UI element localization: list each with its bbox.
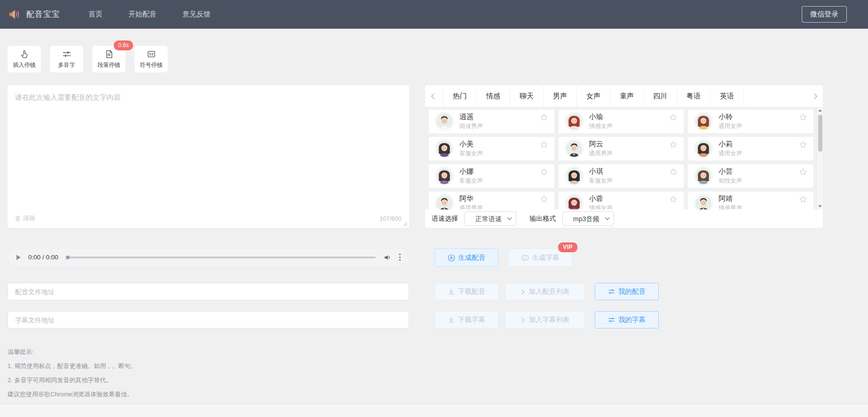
toolbar-button-3[interactable]: 符号停顿	[134, 46, 168, 72]
volume-icon[interactable]	[383, 253, 392, 262]
voice-tab-3[interactable]: 男声	[544, 85, 577, 107]
voice-card-0[interactable]: 逍遥 阅读男声	[429, 110, 554, 133]
scrollbar-thumb[interactable]	[818, 115, 822, 152]
voice-card-11[interactable]: 阿靖 情感男声	[688, 192, 813, 209]
scroll-down-icon[interactable]	[817, 203, 823, 209]
player-menu-icon[interactable]	[398, 253, 402, 262]
voice-type: 通用男声	[589, 150, 613, 158]
speed-label: 语速选择	[432, 215, 458, 223]
voice-card-10[interactable]: 小蓉 情感女声	[559, 192, 684, 209]
audio-url-input[interactable]	[8, 283, 409, 300]
voice-card-5[interactable]: 小莉 通用女声	[688, 137, 813, 160]
voice-avatar	[565, 139, 584, 158]
voice-card-6[interactable]: 小娜 客服女声	[429, 164, 554, 188]
add-to-audio-list-button[interactable]: 加入配音列表	[505, 283, 585, 300]
voice-tab-8[interactable]: 英语	[710, 85, 744, 107]
speed-select[interactable]: 正常语速	[465, 211, 516, 226]
voice-avatar	[565, 194, 584, 209]
my-subtitle-button[interactable]: 我的字幕	[595, 311, 659, 329]
symbol-pause-icon	[147, 49, 156, 59]
tabs-scroll-right-icon[interactable]	[805, 85, 823, 107]
voice-name: 逍遥	[459, 112, 483, 121]
favorite-star-icon[interactable]	[540, 140, 548, 149]
voice-type: 情感女声	[589, 204, 613, 209]
vip-badge: VIP	[558, 242, 577, 252]
toolbar-button-label: 段落停顿	[98, 61, 120, 69]
voice-card-3[interactable]: 小美 客服女声	[429, 137, 554, 160]
resize-handle[interactable]	[403, 222, 408, 226]
download-subtitle-button[interactable]: 下载字幕	[434, 311, 498, 329]
voice-name: 小芸	[718, 167, 742, 176]
scroll-up-icon[interactable]	[817, 107, 823, 113]
favorite-star-icon[interactable]	[669, 113, 678, 121]
player-seekbar[interactable]	[66, 257, 376, 258]
voice-name: 阿靖	[718, 194, 742, 203]
play-circle-icon	[448, 254, 455, 262]
tips-title: 温馨提示:	[8, 348, 868, 356]
tip-line-1: 2. 多音字可用相同发音的其他字替代。	[8, 376, 868, 385]
toolbar-button-label: 符号停顿	[140, 61, 163, 69]
format-select[interactable]: mp3音频	[562, 211, 614, 226]
download-audio-button[interactable]: 下载配音	[434, 283, 498, 300]
favorite-star-icon[interactable]	[669, 168, 678, 176]
generate-audio-button[interactable]: 生成配音	[434, 249, 498, 267]
voice-type: 通用女声	[718, 122, 742, 130]
voice-tab-2[interactable]: 聊天	[510, 85, 544, 107]
voice-avatar	[694, 112, 713, 131]
voice-tab-7[interactable]: 粤语	[677, 85, 710, 107]
voice-card-9[interactable]: 阿华 通用男声	[429, 192, 554, 209]
favorite-star-icon[interactable]	[799, 168, 807, 176]
sliders-icon	[608, 316, 615, 323]
favorite-star-icon[interactable]	[540, 195, 548, 203]
voice-name: 小聆	[718, 112, 742, 121]
favorite-star-icon[interactable]	[669, 195, 678, 203]
voice-tab-1[interactable]: 情感	[477, 85, 510, 107]
subtitle-url-input[interactable]	[8, 311, 409, 329]
favorite-star-icon[interactable]	[540, 168, 548, 176]
clear-text-button[interactable]: 清除	[15, 214, 35, 223]
voice-tab-4[interactable]: 女声	[577, 85, 610, 107]
toolbar-button-1[interactable]: 多音字	[50, 46, 83, 72]
voice-name: 小娜	[459, 167, 483, 176]
tabs-scroll-left-icon[interactable]	[425, 85, 443, 107]
wechat-login-button[interactable]: 微信登录	[802, 6, 847, 23]
pause-toolbar: 插入停顿 多音字 0.6s 段落停顿 符号停顿	[8, 46, 868, 72]
voice-tab-0[interactable]: 热门	[443, 85, 477, 107]
add-to-subtitle-list-button[interactable]: 加入字幕列表	[505, 311, 585, 329]
my-audio-button[interactable]: 我的配音	[595, 283, 659, 300]
voice-tab-6[interactable]: 四川	[644, 85, 677, 107]
voice-tab-5[interactable]: 童声	[610, 85, 644, 107]
voice-list-scrollbar[interactable]	[817, 107, 823, 209]
download-icon	[448, 316, 455, 323]
nav-link-0[interactable]: 首页	[88, 10, 103, 19]
favorite-star-icon[interactable]	[799, 195, 807, 203]
nav-links: 首页开始配音意见反馈	[88, 10, 211, 19]
nav-link-2[interactable]: 意见反馈	[182, 10, 211, 19]
voice-card-1[interactable]: 小瑜 情感女声	[559, 110, 684, 133]
favorite-star-icon[interactable]	[799, 140, 807, 149]
voice-card-2[interactable]: 小聆 通用女声	[688, 110, 813, 133]
voice-card-7[interactable]: 小琪 客服女声	[559, 164, 684, 188]
hand-pointer-icon	[20, 49, 29, 59]
voice-name: 小蓉	[589, 194, 613, 203]
voice-name: 小琪	[589, 167, 613, 176]
toolbar-button-2[interactable]: 0.6s 段落停顿	[92, 46, 126, 72]
toolbar-button-0[interactable]: 插入停顿	[8, 46, 41, 72]
voice-type: 情感男声	[718, 204, 742, 209]
player-time: 0:00 / 0:00	[28, 254, 58, 261]
voice-avatar	[565, 112, 584, 131]
voice-type: 通用男声	[459, 204, 483, 209]
voice-avatar	[435, 139, 454, 158]
voice-type: 客服女声	[589, 177, 613, 185]
favorite-star-icon[interactable]	[799, 113, 807, 121]
dubbing-text-input[interactable]	[8, 85, 409, 204]
nav-link-1[interactable]: 开始配音	[128, 10, 157, 19]
play-icon[interactable]	[15, 254, 22, 261]
voice-output-controls: 语速选择 正常语速 输出格式 mp3音频	[425, 209, 823, 228]
favorite-star-icon[interactable]	[540, 113, 548, 121]
voice-card-4[interactable]: 阿云 通用男声	[559, 137, 684, 160]
favorite-star-icon[interactable]	[669, 140, 678, 149]
voice-avatar	[435, 194, 454, 209]
voice-card-8[interactable]: 小芸 知性女声	[688, 164, 813, 188]
voice-avatar	[565, 167, 584, 185]
